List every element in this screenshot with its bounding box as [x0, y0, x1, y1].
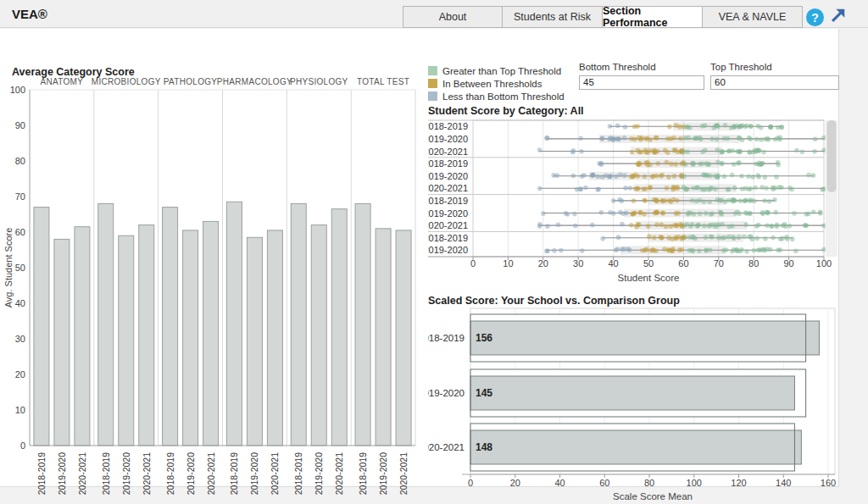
avg-score-bar[interactable]: [183, 230, 198, 446]
student-score-dot[interactable]: [620, 247, 625, 252]
student-score-dot[interactable]: [773, 210, 778, 215]
student-score-dot[interactable]: [780, 236, 785, 241]
student-score-dot[interactable]: [821, 224, 826, 229]
student-score-dot[interactable]: [777, 136, 782, 141]
student-score-dot[interactable]: [755, 173, 760, 178]
top-threshold-input[interactable]: [710, 75, 839, 90]
student-score-dot[interactable]: [665, 160, 670, 165]
student-score-dot[interactable]: [698, 137, 704, 142]
avg-score-bar[interactable]: [139, 225, 154, 446]
student-score-dot[interactable]: [666, 235, 671, 241]
student-score-dot[interactable]: [673, 162, 678, 167]
student-score-dot[interactable]: [718, 210, 723, 215]
tab-about[interactable]: About: [403, 6, 503, 28]
student-score-dot[interactable]: [701, 172, 706, 177]
student-score-dot[interactable]: [559, 248, 564, 253]
student-score-dot[interactable]: [685, 187, 690, 192]
student-score-dot[interactable]: [737, 148, 743, 153]
student-score-dot[interactable]: [702, 199, 707, 204]
student-score-dot[interactable]: [747, 149, 752, 154]
student-score-dot[interactable]: [732, 162, 737, 167]
student-score-dot[interactable]: [764, 210, 769, 215]
student-score-dot[interactable]: [638, 150, 643, 155]
student-score-dot[interactable]: [707, 224, 712, 229]
student-score-dot[interactable]: [792, 211, 797, 216]
student-score-dot[interactable]: [761, 150, 766, 155]
student-score-dot[interactable]: [768, 125, 773, 130]
student-score-dot[interactable]: [813, 136, 818, 141]
student-score-dot[interactable]: [715, 147, 720, 152]
student-score-dot[interactable]: [753, 186, 758, 191]
student-score-dot[interactable]: [679, 247, 684, 252]
student-score-dot[interactable]: [748, 235, 754, 240]
student-score-dot[interactable]: [620, 198, 625, 203]
student-score-dot[interactable]: [622, 136, 627, 141]
student-score-dot[interactable]: [763, 174, 768, 180]
student-score-dot[interactable]: [799, 149, 804, 154]
student-score-dot[interactable]: [754, 137, 760, 142]
student-score-dot[interactable]: [616, 136, 621, 141]
student-score-dot[interactable]: [690, 222, 695, 227]
student-score-dot[interactable]: [615, 123, 620, 128]
student-score-dot[interactable]: [541, 211, 546, 216]
student-score-dot[interactable]: [821, 147, 826, 152]
avg-score-bar[interactable]: [331, 209, 347, 446]
student-score-dot[interactable]: [760, 210, 765, 215]
student-score-dot[interactable]: [704, 211, 709, 216]
student-score-dot[interactable]: [583, 186, 588, 191]
student-score-dot[interactable]: [636, 186, 641, 191]
student-score-dot[interactable]: [750, 174, 755, 180]
student-score-dot[interactable]: [644, 246, 649, 252]
student-score-dot[interactable]: [787, 224, 793, 229]
student-score-dot[interactable]: [732, 236, 737, 241]
student-score-dot[interactable]: [645, 160, 650, 165]
student-score-dot[interactable]: [773, 137, 778, 142]
student-score-dot[interactable]: [616, 235, 621, 240]
student-score-dot[interactable]: [537, 222, 542, 227]
student-score-dot[interactable]: [709, 136, 715, 141]
student-score-dot[interactable]: [572, 212, 577, 217]
tab-vea-navle[interactable]: VEA & NAVLE: [703, 6, 803, 28]
student-score-dot[interactable]: [643, 186, 648, 191]
tab-students-at-risk[interactable]: Students at Risk: [503, 6, 603, 28]
student-score-dot[interactable]: [768, 247, 773, 252]
student-score-dot[interactable]: [654, 198, 659, 203]
student-score-dot[interactable]: [653, 150, 658, 155]
tab-section-performance[interactable]: Section Performance: [603, 6, 703, 28]
student-score-dot[interactable]: [707, 162, 712, 167]
student-score-dot[interactable]: [600, 136, 605, 141]
student-score-dot[interactable]: [638, 137, 643, 142]
student-score-dot[interactable]: [780, 223, 785, 228]
student-score-dot[interactable]: [763, 236, 768, 241]
student-score-dot[interactable]: [609, 174, 614, 179]
student-score-dot[interactable]: [643, 174, 648, 180]
student-score-dot[interactable]: [698, 211, 703, 216]
student-score-dot[interactable]: [579, 149, 584, 154]
student-score-dot[interactable]: [744, 197, 749, 202]
student-score-dot[interactable]: [821, 136, 826, 141]
student-score-dot[interactable]: [648, 248, 654, 253]
avg-score-bar[interactable]: [376, 229, 391, 446]
student-score-dot[interactable]: [804, 212, 809, 217]
student-score-dot[interactable]: [763, 198, 768, 203]
student-score-dot[interactable]: [690, 161, 695, 166]
student-score-dot[interactable]: [665, 186, 670, 191]
student-score-dot[interactable]: [743, 223, 748, 228]
student-score-dot[interactable]: [684, 125, 689, 130]
student-score-dot[interactable]: [704, 247, 709, 252]
student-score-dot[interactable]: [645, 136, 650, 141]
student-score-dot[interactable]: [724, 247, 729, 252]
student-score-dot[interactable]: [759, 162, 764, 167]
student-score-dot[interactable]: [739, 174, 744, 179]
student-score-dot[interactable]: [821, 247, 826, 252]
student-score-dot[interactable]: [648, 185, 653, 190]
student-score-dot[interactable]: [748, 124, 754, 129]
student-score-dot[interactable]: [775, 224, 780, 230]
student-score-dot[interactable]: [687, 211, 692, 216]
student-score-dot[interactable]: [776, 247, 781, 252]
student-score-dot[interactable]: [591, 173, 596, 178]
student-score-dot[interactable]: [596, 187, 601, 192]
student-score-dot[interactable]: [618, 172, 623, 177]
student-score-dot[interactable]: [681, 160, 686, 165]
student-score-dot[interactable]: [690, 198, 695, 203]
